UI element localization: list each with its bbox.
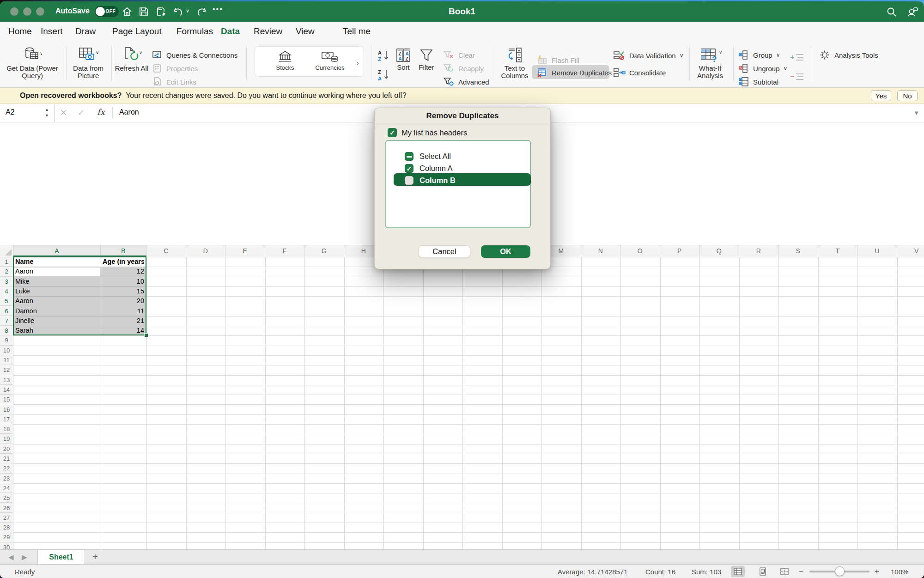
ok-button[interactable]: OK [481,245,530,258]
row-header-8[interactable]: 8 [0,326,13,335]
normal-view-button[interactable] [731,566,745,577]
column-header-R[interactable]: R [739,245,779,257]
row-header-3[interactable]: 3 [0,277,13,286]
row-header-12[interactable]: 12 [0,365,13,375]
zoom-out-button[interactable]: − [799,567,803,576]
what-if-analysis-button[interactable]: ? ∨ What-If Analysis [690,46,730,79]
column-header-T[interactable]: T [818,245,858,257]
tab-insert[interactable]: Insert [41,26,63,37]
column-header-F[interactable]: F [265,245,305,257]
currencies-button[interactable]: Currencies [310,49,349,72]
refresh-all-button[interactable]: ∨ Refresh All [113,46,150,72]
zoom-in-button[interactable]: + [875,567,879,576]
subtotal-button[interactable]: Subtotal [738,77,778,87]
row-header-16[interactable]: 16 [0,405,13,414]
tab-tell-me[interactable]: Tell me [343,26,371,37]
my-list-has-headers-checkbox[interactable]: ✓ [388,128,397,137]
row-header-22[interactable]: 22 [0,463,13,473]
row-header-20[interactable]: 20 [0,444,13,454]
column-header-D[interactable]: D [186,245,226,257]
row-header-7[interactable]: 7 [0,316,13,326]
notification-no-button[interactable]: No [897,90,918,101]
column-header-V[interactable]: V [897,245,924,257]
sheet-tab-sheet1[interactable]: Sheet1 [37,550,85,565]
row-header-1[interactable]: 1 [0,257,13,267]
row-header-21[interactable]: 21 [0,454,13,463]
ungroup-chevron[interactable]: ∨ [784,65,788,72]
row-header-13[interactable]: 13 [0,375,13,385]
row-header-14[interactable]: 14 [0,385,13,395]
show-detail-icon[interactable] [789,52,805,63]
hide-detail-icon[interactable] [789,71,805,82]
row-header-2[interactable]: 2 [0,267,13,276]
row-header-4[interactable]: 4 [0,286,13,296]
row-header-15[interactable]: 15 [0,395,13,404]
row-header-28[interactable]: 28 [0,523,13,532]
sort-ascending-icon[interactable]: AZ [377,49,390,62]
column-header-S[interactable]: S [778,245,818,257]
sort-button[interactable]: ZA AZ Sort [391,47,416,71]
cell-area[interactable] [13,257,924,578]
people-icon[interactable] [906,6,918,18]
column-header-E[interactable]: E [225,245,265,257]
queries-connections-button[interactable]: Queries & Connections [152,50,237,60]
next-sheet-arrow[interactable]: ▶ [22,553,27,561]
data-types-expand-chevron[interactable]: › [357,59,359,67]
tab-draw[interactable]: Draw [75,26,96,37]
row-header-11[interactable]: 11 [0,355,13,365]
cancel-button[interactable]: Cancel [419,245,470,258]
get-data-button[interactable]: ∨ Get Data (Power Query) [4,46,61,79]
text-to-columns-button[interactable]: Text to Columns [493,46,536,79]
remove-duplicates-button[interactable]: Remove Duplicates [536,67,612,78]
tab-review[interactable]: Review [254,26,282,37]
stocks-button[interactable]: Stocks [269,49,301,72]
tab-home[interactable]: Home [8,26,32,37]
row-header-5[interactable]: 5 [0,296,13,306]
column-header-C[interactable]: C [146,245,186,257]
column-header-G[interactable]: G [304,245,344,257]
analysis-tools-button[interactable]: Analysis Tools [819,49,878,61]
page-layout-view-button[interactable] [756,566,770,577]
row-header-23[interactable]: 23 [0,474,13,483]
consolidate-button[interactable]: Consolidate [613,67,666,78]
select-all-corner[interactable] [0,245,13,257]
row-header-19[interactable]: 19 [0,434,13,444]
zoom-percentage[interactable]: 100% [891,568,908,576]
advanced-filter-button[interactable]: Advanced [443,77,489,87]
formula-bar-expand-chevron[interactable]: ▼ [913,110,919,116]
tab-view[interactable]: View [296,26,315,37]
ungroup-button[interactable]: Ungroup ∨ [738,63,787,73]
tab-data[interactable]: Data [221,26,240,37]
columns-listbox[interactable]: Select All✓Column AColumn B [385,140,531,228]
notification-yes-button[interactable]: Yes [871,90,891,101]
group-button[interactable]: Group ∨ [738,50,780,60]
search-icon[interactable] [886,6,898,18]
page-break-view-button[interactable] [778,566,791,577]
tab-formulas[interactable]: Formulas [176,26,213,37]
selection-fill-handle[interactable] [144,333,148,337]
tab-page-layout[interactable]: Page Layout [112,26,162,37]
checkbox-column-a[interactable]: ✓ [405,164,413,173]
filter-button[interactable]: Filter [414,47,439,71]
column-header-U[interactable]: U [857,245,897,257]
previous-sheet-arrow[interactable]: ◀ [8,553,14,561]
group-chevron[interactable]: ∨ [776,52,780,58]
row-header-6[interactable]: 6 [0,306,13,316]
listbox-item-select-all[interactable]: Select All [419,152,451,161]
row-header-26[interactable]: 26 [0,503,13,513]
checkbox-select-all[interactable] [405,152,413,161]
column-header-P[interactable]: P [660,245,700,257]
row-header-24[interactable]: 24 [0,483,13,493]
column-header-Q[interactable]: Q [699,245,739,257]
row-header-10[interactable]: 10 [0,346,13,355]
listbox-item-column-b[interactable]: Column B [419,176,456,185]
add-sheet-button[interactable]: + [92,552,98,562]
insert-function-icon[interactable]: fx [97,107,105,117]
zoom-slider-knob[interactable] [835,566,845,576]
row-header-17[interactable]: 17 [0,414,13,424]
data-validation-chevron[interactable]: ∨ [680,52,684,59]
row-header-25[interactable]: 25 [0,493,13,503]
data-from-picture-button[interactable]: ∨ Data from Picture [66,46,110,79]
row-header-18[interactable]: 18 [0,424,13,434]
name-box-spinner[interactable]: ▲▼ [45,107,49,119]
